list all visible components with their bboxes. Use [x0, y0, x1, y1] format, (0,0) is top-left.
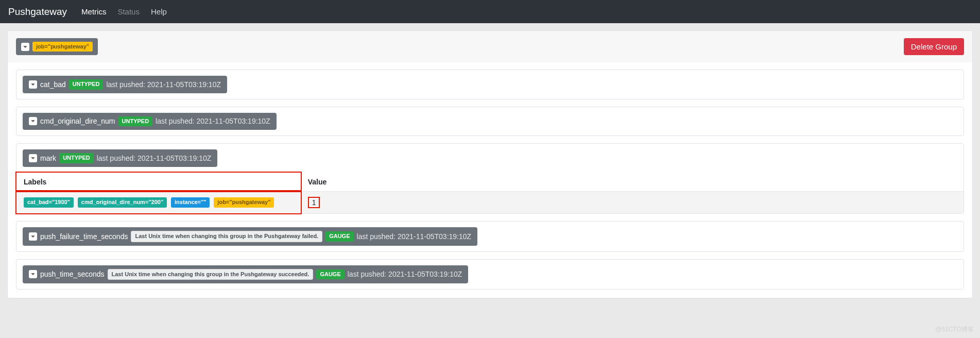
metric-card-push-time: push_time_seconds Last Unix time when ch… [16, 259, 964, 290]
metric-name: push_time_seconds [40, 270, 105, 278]
pushed-text: last pushed: 2021-11-05T03:19:10Z [348, 270, 462, 278]
brand[interactable]: Pushgateway [8, 6, 67, 18]
nav-metrics[interactable]: Metrics [81, 7, 106, 16]
delete-group-button[interactable]: Delete Group [904, 38, 964, 55]
chevron-down-icon [29, 117, 37, 125]
metric-table: Labels Value cat_bad="1900" cmd_original… [16, 173, 964, 214]
pushed-text: last pushed: 2021-11-05T03:19:10Z [357, 232, 472, 241]
chevron-down-icon [29, 232, 37, 241]
group-label-badge: job="pushgateway" [32, 42, 93, 52]
table-row: cat_bad="1900" cmd_original_dire_num="20… [16, 191, 964, 213]
group-body: cat_bad UNTYPED last pushed: 2021-11-05T… [8, 62, 972, 298]
type-badge: UNTYPED [59, 153, 94, 163]
metric-toggle-push-time[interactable]: push_time_seconds Last Unix time when ch… [23, 265, 468, 283]
group-header: job="pushgateway" Delete Group [8, 31, 972, 62]
chevron-down-icon [29, 154, 37, 162]
col-labels: Labels [16, 173, 301, 192]
metric-toggle-push-failure[interactable]: push_failure_time_seconds Last Unix time… [23, 227, 477, 245]
group-toggle-button[interactable]: job="pushgateway" [16, 38, 98, 55]
page: job="pushgateway" Delete Group cat_bad U… [0, 23, 980, 306]
pushed-text: last pushed: 2021-11-05T03:19:10Z [97, 154, 212, 162]
metric-card-cmd-original: cmd_original_dire_num UNTYPED last pushe… [16, 107, 964, 136]
pushed-text: last pushed: 2021-11-05T03:19:10Z [156, 117, 270, 125]
value-text: 1 [308, 197, 320, 209]
chevron-down-icon [29, 270, 37, 278]
labels-cell: cat_bad="1900" cmd_original_dire_num="20… [16, 191, 301, 213]
label-tag: cat_bad="1900" [24, 197, 74, 207]
help-badge: Last Unix time when changing this group … [108, 269, 314, 280]
metric-name: push_failure_time_seconds [40, 232, 128, 241]
metric-toggle-cat-bad[interactable]: cat_bad UNTYPED last pushed: 2021-11-05T… [23, 76, 227, 93]
type-badge: UNTYPED [118, 116, 153, 126]
metric-card-push-failure: push_failure_time_seconds Last Unix time… [16, 221, 964, 251]
nav-links: Metrics Status Help [81, 7, 167, 16]
label-tag: instance="" [171, 197, 210, 207]
label-tag: cmd_original_dire_num="200" [78, 197, 167, 207]
chevron-down-icon [29, 80, 37, 89]
metric-name: cat_bad [40, 80, 66, 89]
help-badge: Last Unix time when changing this group … [131, 231, 322, 242]
metric-name: cmd_original_dire_num [40, 117, 115, 125]
chevron-down-icon [21, 43, 29, 51]
group-card: job="pushgateway" Delete Group cat_bad U… [7, 30, 973, 298]
metric-toggle-mark[interactable]: mark UNTYPED last pushed: 2021-11-05T03:… [23, 149, 217, 166]
navbar: Pushgateway Metrics Status Help [0, 0, 980, 23]
metric-name: mark [40, 154, 56, 162]
metric-card-mark: mark UNTYPED last pushed: 2021-11-05T03:… [16, 143, 964, 214]
col-value: Value [301, 173, 964, 192]
nav-status[interactable]: Status [117, 7, 140, 16]
type-badge: GAUGE [325, 231, 353, 241]
type-badge: UNTYPED [69, 79, 104, 89]
pushed-text: last pushed: 2021-11-05T03:19:10Z [106, 80, 221, 89]
metric-toggle-cmd-original[interactable]: cmd_original_dire_num UNTYPED last pushe… [23, 113, 277, 130]
type-badge: GAUGE [316, 269, 344, 279]
label-tag: job="pushgateway" [214, 197, 274, 207]
metric-card-cat-bad: cat_bad UNTYPED last pushed: 2021-11-05T… [16, 70, 964, 99]
value-cell: 1 [301, 191, 964, 213]
nav-help[interactable]: Help [151, 7, 167, 16]
